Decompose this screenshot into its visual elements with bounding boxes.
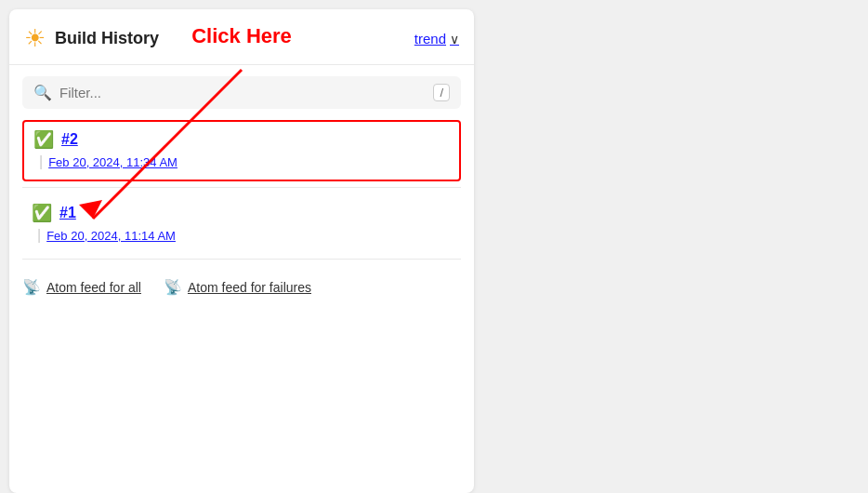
rss-icon-failures: 📡 xyxy=(164,278,182,296)
build-history-panel: Click Here ☀ Build History trend ∨ 🔍 / ✅… xyxy=(9,9,474,493)
build-date-row-2: | Feb 20, 2024, 11:34 AM xyxy=(33,153,450,170)
build-date-row-1: | Feb 20, 2024, 11:14 AM xyxy=(32,227,452,244)
build-number-link-1[interactable]: #1 xyxy=(59,205,76,221)
footer: 📡 Atom feed for all 📡 Atom feed for fail… xyxy=(9,265,474,305)
atom-feed-all-link[interactable]: Atom feed for all xyxy=(46,280,141,295)
pipe-separator-2: | xyxy=(39,153,43,170)
divider-1 xyxy=(22,187,461,188)
trend-link[interactable]: trend ∨ xyxy=(414,31,459,47)
build-item-2-highlighted: ✅ #2 | Feb 20, 2024, 11:34 AM xyxy=(22,120,461,181)
trend-label: trend xyxy=(414,31,446,47)
build-date-link-2[interactable]: Feb 20, 2024, 11:34 AM xyxy=(48,155,178,169)
panel-title: Build History xyxy=(55,29,405,48)
search-bar: 🔍 / xyxy=(22,76,461,109)
check-icon-1: ✅ xyxy=(32,203,52,223)
divider-2 xyxy=(22,259,461,260)
build-number-row-1: ✅ #1 xyxy=(32,203,452,223)
build-number-link-2[interactable]: #2 xyxy=(61,131,78,148)
rss-icon-all: 📡 xyxy=(22,278,41,296)
build-item-1: ✅ #1 | Feb 20, 2024, 11:14 AM xyxy=(22,195,461,253)
check-icon-2: ✅ xyxy=(33,129,54,150)
atom-feed-failures-link[interactable]: Atom feed for failures xyxy=(188,280,311,295)
pipe-separator-1: | xyxy=(37,227,41,244)
search-icon: 🔍 xyxy=(33,84,52,101)
shortcut-badge: / xyxy=(433,84,450,101)
search-input[interactable] xyxy=(59,85,426,100)
sun-icon: ☀ xyxy=(24,24,46,53)
build-number-row-2: ✅ #2 xyxy=(33,129,450,150)
build-date-link-1[interactable]: Feb 20, 2024, 11:14 AM xyxy=(46,229,176,243)
chevron-down-icon: ∨ xyxy=(450,32,459,47)
panel-header: ☀ Build History trend ∨ xyxy=(9,9,474,65)
